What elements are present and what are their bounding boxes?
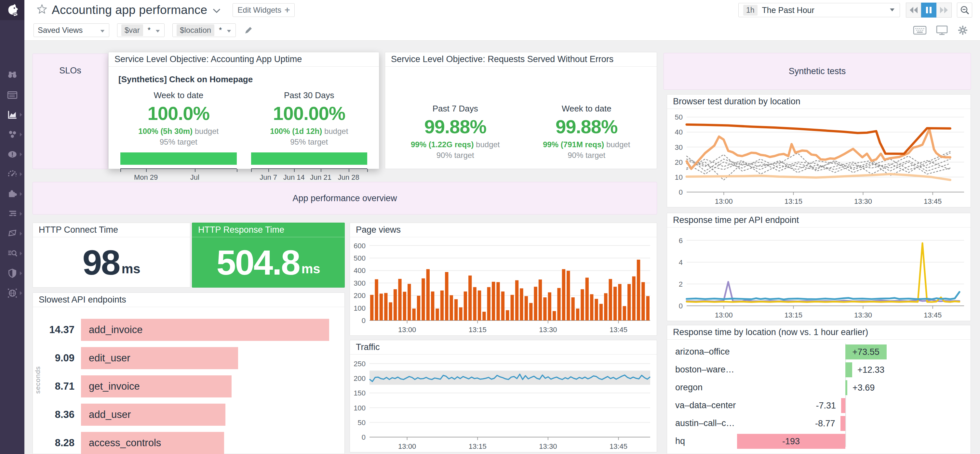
time-pause-button[interactable] <box>921 3 936 17</box>
change-value: +12.33 <box>858 361 885 379</box>
synthetic-tests-note-text: Synthetic tests <box>789 66 846 76</box>
svg-text:150: 150 <box>353 389 366 397</box>
svg-text:50: 50 <box>358 419 366 427</box>
saved-views-label: Saved Views <box>38 26 83 35</box>
chevron-right-icon <box>20 212 22 216</box>
slo-axis: Mon 29Jul <box>120 168 237 181</box>
dashboard-canvas: Accounting app performance Edit Widgets … <box>0 0 980 454</box>
http-response-time-widget[interactable]: HTTP Response Time 504.8 ms <box>192 222 345 287</box>
time-forward-button[interactable] <box>936 3 952 17</box>
traffic-line-chart[interactable]: 05010015020025013:0013:1513:3013:45 <box>350 354 657 452</box>
change-value: +73.55 <box>845 344 887 359</box>
chevron-right-icon <box>20 113 22 117</box>
slo-column-past-7-days: Past 7 Days 99.88% 99% (1.22G reqs) budg… <box>390 67 521 160</box>
slo-period-label: Past 30 Days <box>251 90 368 100</box>
slo-uptime-widget[interactable]: Service Level Objective: Accounting App … <box>108 52 379 169</box>
svg-text:6: 6 <box>679 237 683 245</box>
api-response-line-chart[interactable]: 024613:0013:1513:3013:45 <box>667 227 970 321</box>
slo-budget: 100% (1d 12h) budget <box>251 127 368 136</box>
template-var-select[interactable]: $var * <box>117 24 165 37</box>
favorite-star-icon[interactable] <box>37 4 47 16</box>
endpoint-value: 9.09 <box>38 352 81 364</box>
slo-budget: 99% (791M reqs) budget <box>528 140 645 149</box>
page-views-widget[interactable]: Page views 010020030040050060013:0013:15… <box>350 222 657 336</box>
endpoint-bar-list: seconds 14.37 add_invoice 9.09 edit_user… <box>33 307 344 454</box>
browser-test-duration-widget[interactable]: Browser test duration by location 010203… <box>667 94 971 207</box>
time-range-selector[interactable]: 1h The Past Hour <box>738 3 900 17</box>
query-unit: ms <box>302 262 320 276</box>
slo-target: 90% target <box>528 151 645 160</box>
svg-text:300: 300 <box>353 279 366 287</box>
caret-down-icon <box>226 26 232 35</box>
slowest-api-endpoints-widget[interactable]: Slowest API endpoints seconds 14.37 add_… <box>32 292 345 454</box>
sidebar-item-metrics[interactable] <box>0 105 24 124</box>
browser-duration-line-chart[interactable]: 0102030405013:0013:1513:3013:45 <box>667 109 970 207</box>
sidebar-menu <box>0 65 24 303</box>
keyboard-shortcuts-button[interactable] <box>913 25 927 35</box>
endpoint-value: 14.37 <box>38 324 81 336</box>
chevron-right-icon <box>20 172 22 176</box>
svg-text:13:30: 13:30 <box>854 197 872 205</box>
sidebar-item-log-explorer[interactable] <box>0 243 24 263</box>
svg-text:13:15: 13:15 <box>784 197 802 205</box>
sidebar-item-apm[interactable] <box>0 164 24 184</box>
location-row: austin–call–c… -8.77 <box>667 414 970 432</box>
change-bar <box>841 398 845 413</box>
title-chevron-down-icon[interactable] <box>212 8 221 14</box>
api-endpoint-response-widget[interactable]: Response time per API endpoint 024613:00… <box>667 213 971 321</box>
tv-mode-button[interactable] <box>936 25 948 35</box>
endpoint-bar: add_invoice <box>81 319 329 341</box>
dashboard-settings-button[interactable] <box>957 25 968 36</box>
slo-errors-widget[interactable]: Service Level Objective: Requests Served… <box>385 52 657 169</box>
change-bar: +73.55 <box>845 344 887 359</box>
slo-budget: 100% (5h 30m) budget <box>120 127 237 136</box>
slo-axis: Jun 7Jun 14Jun 21Jun 28 <box>251 168 368 181</box>
endpoint-value: 8.28 <box>38 437 81 449</box>
response-time-by-location-widget[interactable]: Response time by location (now vs. 1 hou… <box>667 325 971 454</box>
time-range-caret-icon <box>889 7 895 13</box>
plus-icon: + <box>285 5 290 15</box>
http-connect-time-widget[interactable]: HTTP Connect Time 98 ms <box>32 222 190 287</box>
sidebar-item-infrastructure[interactable] <box>0 124 24 144</box>
datadog-logo[interactable] <box>0 0 24 20</box>
hexagons-icon <box>6 129 18 140</box>
svg-text:0: 0 <box>362 433 366 441</box>
svg-text:0: 0 <box>679 188 683 196</box>
globe-network-icon <box>6 287 18 299</box>
svg-text:400: 400 <box>353 267 366 275</box>
log-lines-icon <box>6 208 18 220</box>
sidebar-item-watchdog[interactable] <box>0 65 24 85</box>
svg-text:13:15: 13:15 <box>469 325 487 334</box>
top-header: Accounting app performance Edit Widgets … <box>24 0 980 20</box>
sidebar-item-integrations[interactable] <box>0 184 24 204</box>
endpoint-label: access_controls <box>89 437 161 449</box>
sidebar-item-dashboards[interactable] <box>0 85 24 105</box>
zoom-out-button[interactable] <box>957 3 972 17</box>
sidebar-item-monitors[interactable] <box>0 144 24 164</box>
location-value: * <box>219 26 222 35</box>
edit-widgets-button[interactable]: Edit Widgets + <box>232 3 295 17</box>
svg-text:600: 600 <box>353 242 366 250</box>
endpoint-row: 8.28 access_controls <box>38 429 337 454</box>
sidebar-item-synthetics[interactable] <box>0 283 24 303</box>
slo-column-week-to-date: Week to date 100.0% 100% (5h 30m) budget… <box>113 84 244 181</box>
edit-variables-pencil-button[interactable] <box>243 25 253 35</box>
svg-text:50: 50 <box>675 113 683 121</box>
sidebar-item-notebooks[interactable] <box>0 224 24 243</box>
sidebar-item-logs[interactable] <box>0 204 24 224</box>
var-name-chip: $var <box>121 24 143 36</box>
page-views-bar-chart[interactable]: 010020030040050060013:0013:1513:3013:45 <box>350 237 657 335</box>
location-row: boston–ware… +12.33 <box>667 361 970 379</box>
slo-value: 100.00% <box>251 102 368 124</box>
traffic-widget[interactable]: Traffic 05010015020025013:0013:1513:3013… <box>350 340 657 452</box>
svg-text:13:45: 13:45 <box>924 311 942 319</box>
svg-text:13:00: 13:00 <box>715 311 733 319</box>
widget-title: Response time by location (now vs. 1 hou… <box>667 325 970 340</box>
saved-views-select[interactable]: Saved Views <box>33 24 109 37</box>
sidebar-item-security[interactable] <box>0 263 24 283</box>
time-backward-button[interactable] <box>906 3 921 17</box>
shield-icon <box>6 267 18 279</box>
template-location-select[interactable]: $location * <box>172 24 236 37</box>
endpoint-value: 8.71 <box>38 381 81 392</box>
slo-status-bar <box>251 152 368 165</box>
